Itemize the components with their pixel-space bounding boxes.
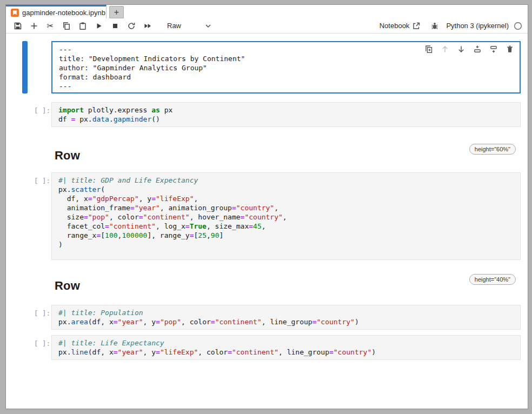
markdown-cell-row2[interactable]: Row height="40%" xyxy=(55,274,516,299)
arrow-up-icon xyxy=(441,45,449,54)
cell-toolbar xyxy=(424,45,514,54)
arrow-down-icon xyxy=(457,45,466,54)
external-link-icon[interactable] xyxy=(412,22,421,30)
run-cell-button[interactable] xyxy=(95,22,103,30)
trash-icon xyxy=(506,45,514,54)
markdown-cell-row1[interactable]: Row height="60%" xyxy=(55,144,516,169)
insert-above-icon xyxy=(473,45,482,54)
row-heading: Row xyxy=(55,279,80,293)
paste-cells-button[interactable] xyxy=(78,22,87,30)
debugger-bug-icon[interactable] xyxy=(430,22,439,30)
notebook-file-icon xyxy=(11,9,19,17)
new-tab-button[interactable]: + xyxy=(109,6,124,18)
code-cell-scatter[interactable]: #| title: GDP and Life Expectancypx.scat… xyxy=(51,172,521,260)
row-heading: Row xyxy=(55,149,80,163)
tab-notebook-file[interactable]: gapminder-notebook.ipynb × xyxy=(6,5,107,18)
cut-cells-button[interactable]: ✂ xyxy=(46,22,55,30)
jupyterlab-window: gapminder-notebook.ipynb × + ✂ xyxy=(5,4,528,409)
notebook-toolbar: ✂ Raw Notebook xyxy=(6,18,528,34)
restart-kernel-button[interactable] xyxy=(127,22,136,30)
insert-below-icon xyxy=(489,45,498,54)
duplicate-cell-button[interactable] xyxy=(424,45,433,54)
move-cell-up-button[interactable] xyxy=(441,45,449,54)
insert-cell-button[interactable] xyxy=(30,22,38,30)
duplicate-icon xyxy=(424,45,433,54)
cell-type-value: Raw xyxy=(167,22,181,30)
save-button[interactable] xyxy=(14,22,22,30)
kernel-name[interactable]: Python 3 (ipykernel) xyxy=(446,22,509,30)
move-cell-down-button[interactable] xyxy=(457,45,466,54)
height-attribute-badge: height="60%" xyxy=(469,144,516,155)
delete-cell-button[interactable] xyxy=(506,45,514,54)
chevron-down-icon xyxy=(204,22,212,30)
play-icon xyxy=(95,22,103,30)
copy-icon xyxy=(62,22,71,30)
fast-forward-icon xyxy=(143,22,152,30)
scissors-icon: ✂ xyxy=(47,22,54,30)
cell-prompt: [ ]: xyxy=(34,309,52,318)
stop-icon xyxy=(111,22,119,30)
restart-icon xyxy=(127,22,136,30)
cell-prompt: [ ]: xyxy=(34,176,52,185)
clipboard-icon xyxy=(78,22,87,30)
cell-prompt: [ ]: xyxy=(34,106,52,115)
active-cell-collapser[interactable] xyxy=(22,41,28,94)
save-icon xyxy=(14,22,22,30)
notebook-panel-label: Notebook xyxy=(380,22,410,30)
height-attribute-badge: height="40%" xyxy=(469,274,516,285)
kernel-status-icon[interactable] xyxy=(514,22,522,30)
tab-title: gapminder-notebook.ipynb xyxy=(22,9,105,17)
interrupt-kernel-button[interactable] xyxy=(111,22,119,30)
code-cell-imports[interactable]: import plotly.express as pxdf = px.data.… xyxy=(51,102,521,127)
cell-type-select[interactable]: Raw xyxy=(167,22,212,30)
insert-cell-above-button[interactable] xyxy=(473,45,482,54)
insert-cell-below-button[interactable] xyxy=(489,45,498,54)
code-cell-area[interactable]: #| title: Populationpx.area(df, x="year"… xyxy=(51,305,521,330)
plus-icon xyxy=(30,22,38,30)
restart-run-all-button[interactable] xyxy=(143,22,152,30)
cell-prompt: [ ]: xyxy=(34,339,52,348)
copy-cells-button[interactable] xyxy=(62,22,71,30)
code-cell-line[interactable]: #| title: Life Expectancypx.line(df, x="… xyxy=(51,335,521,360)
